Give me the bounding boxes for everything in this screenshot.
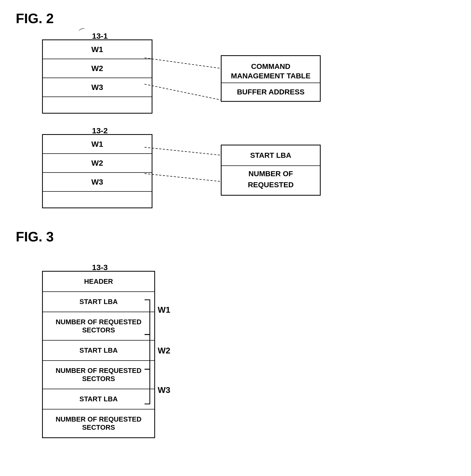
fig2-block2-row2: W2	[43, 154, 152, 173]
fig2-block1-tag: 13-1	[92, 32, 108, 40]
fig2-detail2-line3: REQUESTED	[222, 180, 320, 195]
fig2-block2-row1: W1	[43, 135, 152, 154]
fig2-area: 13-1 ⌒ W1 W2 W3 COMMAND MANAGEMENT TABLE…	[16, 34, 455, 213]
fig2-detail1-box: COMMAND MANAGEMENT TABLE BUFFER ADDRESS	[221, 55, 321, 102]
page: FIG. 2 13-1 ⌒ W1 W2 W3 COMMAND	[0, 0, 471, 476]
fig2-block2-row4	[43, 192, 152, 207]
fig2-block2-row3: W3	[43, 173, 152, 192]
fig3-w3-label: W3	[158, 385, 170, 395]
fig2-detail2-line1: START LBA	[222, 145, 320, 166]
fig3-row-slba3: START LBA	[43, 389, 154, 409]
fig2-block1-table: W1 W2 W3	[42, 39, 152, 114]
svg-line-1	[145, 84, 221, 100]
fig2-detail2-line2: NUMBER OF	[222, 166, 320, 180]
fig2-detail1-line1: COMMAND MANAGEMENT TABLE	[222, 56, 320, 83]
fig3-row-slba1: START LBA	[43, 292, 154, 312]
fig3-row-nrs1: NUMBER OF REQUESTED SECTORS	[43, 312, 154, 341]
fig3-row-nrs2: NUMBER OF REQUESTED SECTORS	[43, 361, 154, 389]
fig2-label: FIG. 2	[16, 11, 455, 26]
fig2-block2-tag: 13-2	[92, 126, 108, 135]
svg-line-3	[145, 174, 221, 181]
fig3-w2-label: W2	[158, 346, 170, 356]
fig3-main-table: HEADER START LBA NUMBER OF REQUESTED SEC…	[42, 271, 155, 438]
fig3-row-header: HEADER	[43, 272, 154, 292]
fig3-block-tag: 13-3	[92, 263, 108, 272]
fig3-area: 13-3 HEADER START LBA NUMBER OF REQUESTE…	[16, 266, 455, 471]
fig2-detail2-box: START LBA NUMBER OF REQUESTED	[221, 145, 321, 196]
svg-line-2	[145, 147, 221, 155]
fig2-block2-table: W1 W2 W3	[42, 134, 152, 208]
fig2-block1-row4	[43, 97, 152, 113]
fig3-w1-label: W1	[158, 305, 170, 315]
fig2-block1-row1: W1	[43, 40, 152, 59]
fig3-row-nrs3: NUMBER OF REQUESTED SECTORS	[43, 409, 154, 437]
fig2-block1-row3: W3	[43, 78, 152, 97]
svg-line-0	[145, 58, 221, 68]
fig2-block1-curve: ⌒	[77, 26, 88, 39]
fig3-label: FIG. 3	[16, 229, 455, 245]
fig3-row-slba2: START LBA	[43, 341, 154, 361]
fig2-block1-row2: W2	[43, 59, 152, 78]
fig2-detail1-line3: BUFFER ADDRESS	[222, 83, 320, 101]
